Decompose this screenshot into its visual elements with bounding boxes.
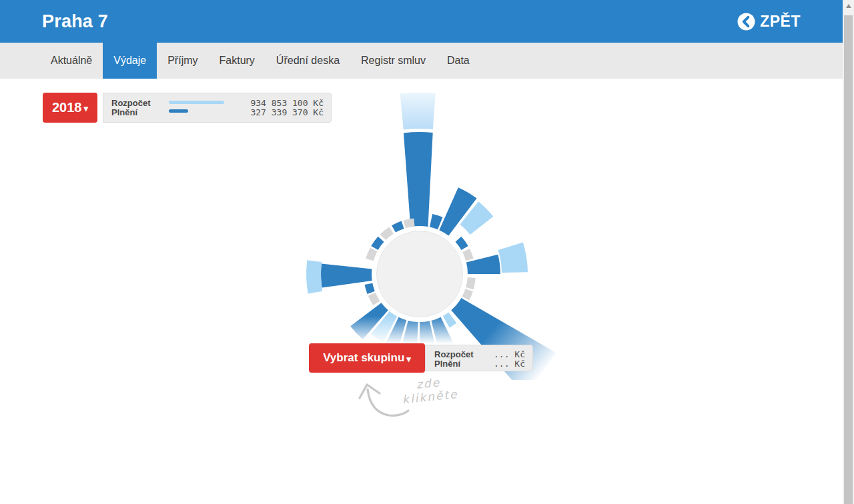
group-summary-box: Rozpočet Plnění ... Kč ... Kč <box>425 345 533 371</box>
chart-segment[interactable] <box>321 264 372 288</box>
chart-segment[interactable] <box>498 243 528 273</box>
year-select-button[interactable]: 2018 ▾ <box>43 93 97 123</box>
chart-center-circle[interactable] <box>377 231 463 317</box>
tab-uredni-deska[interactable]: Úřední deska <box>266 43 350 79</box>
page-title: Praha 7 <box>42 0 108 43</box>
spending-bar <box>169 109 188 113</box>
tab-registr-smluv[interactable]: Registr smluv <box>350 43 436 79</box>
group-budget-label: Rozpočet <box>434 350 474 359</box>
spending-label: Plnění <box>111 108 151 117</box>
caret-down-icon: ▾ <box>83 103 88 113</box>
group-spending-value: ... Kč <box>494 359 525 369</box>
select-group-button[interactable]: Vybrat skupinu ▾ <box>309 343 425 373</box>
radial-chart[interactable] <box>247 83 594 380</box>
tab-faktury[interactable]: Faktury <box>209 43 266 79</box>
tab-bar: AktuálněVýdajePříjmyFakturyÚřední deskaR… <box>0 43 854 79</box>
group-spending-label: Plnění <box>434 359 474 369</box>
tab-prijmy[interactable]: Příjmy <box>157 43 208 79</box>
group-budget-value: ... Kč <box>494 350 525 359</box>
chart-segment[interactable] <box>366 248 377 261</box>
tab-data[interactable]: Data <box>436 43 480 79</box>
budget-bar <box>169 101 224 104</box>
tab-vydaje[interactable]: Výdaje <box>103 43 157 79</box>
arrow-up-icon <box>846 4 851 8</box>
chart-segment[interactable] <box>392 221 404 233</box>
caret-down-icon: ▾ <box>406 354 411 364</box>
back-circle-chevron-icon <box>737 13 755 31</box>
chart-segment[interactable] <box>400 93 436 129</box>
chart-segment[interactable] <box>365 283 375 294</box>
year-label: 2018 <box>52 100 82 115</box>
chart-segment[interactable] <box>306 260 322 293</box>
select-group-label: Vybrat skupinu <box>323 351 404 365</box>
scrollbar-thumb[interactable] <box>844 15 853 504</box>
scrollbar[interactable] <box>843 0 854 504</box>
chart-segment[interactable] <box>371 237 384 250</box>
chart-segment[interactable] <box>404 132 433 227</box>
chart-segment[interactable] <box>462 249 474 261</box>
chart-segment[interactable] <box>443 313 457 328</box>
page: Praha 7 ZPĚT AktuálněVýdajePříjmyFaktury… <box>0 0 854 504</box>
scrollbar-up-button[interactable] <box>843 0 854 11</box>
chart-segment[interactable] <box>368 293 380 305</box>
chart-segment[interactable] <box>380 227 394 241</box>
budget-label: Rozpočet <box>111 99 151 108</box>
back-label: ZPĚT <box>760 13 801 31</box>
chart-segment[interactable] <box>462 289 473 300</box>
chart-segment[interactable] <box>456 237 468 250</box>
back-button[interactable]: ZPĚT <box>737 0 801 43</box>
tab-aktualne[interactable]: Aktuálně <box>40 43 103 79</box>
chart-segment[interactable] <box>466 277 476 289</box>
header: Praha 7 ZPĚT <box>0 0 854 43</box>
chart-segment[interactable] <box>403 219 414 229</box>
